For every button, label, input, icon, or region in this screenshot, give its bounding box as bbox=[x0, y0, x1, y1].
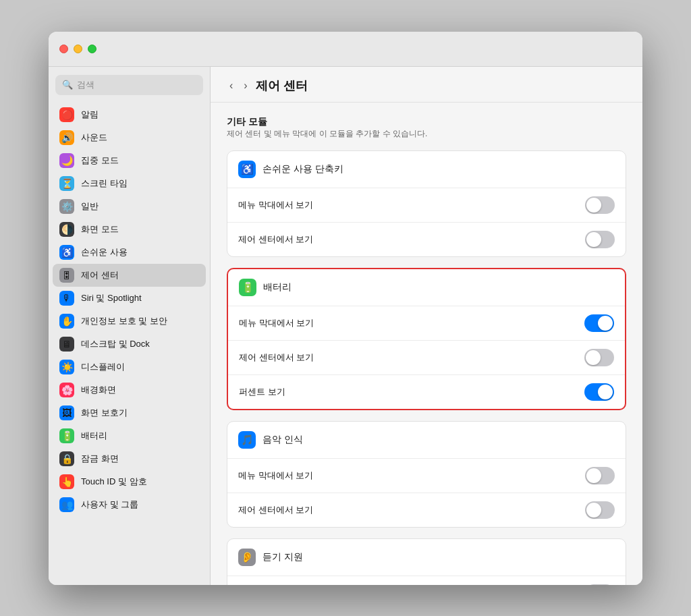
music-menubar-label: 메뉴 막대에서 보기 bbox=[238, 470, 313, 482]
hearing-menubar-toggle[interactable] bbox=[585, 584, 615, 585]
accessibility-menubar-label: 메뉴 막대에서 보기 bbox=[238, 199, 313, 211]
sidebar-item-accessibility[interactable]: ♿ 손쉬운 사용 bbox=[53, 241, 206, 264]
sidebar-item-users[interactable]: 👥 사용자 및 그룹 bbox=[53, 493, 206, 516]
sidebar-item-lockscreen[interactable]: 🔒 잠금 화면 bbox=[53, 447, 206, 470]
toggle-knob bbox=[586, 503, 601, 517]
toggle-knob bbox=[586, 350, 601, 365]
sidebar-item-desktop[interactable]: 🖥 데스크탑 및 Dock bbox=[53, 333, 206, 356]
battery-control-toggle[interactable] bbox=[584, 349, 614, 366]
control-center-icon: 🎛 bbox=[59, 268, 74, 283]
main-window: 🔍 검색 🔴 알림 🔊 사운드 🌙 집중 모드 ⏳ 스크린 타 bbox=[49, 32, 642, 585]
sidebar: 🔍 검색 🔴 알림 🔊 사운드 🌙 집중 모드 ⏳ 스크린 타 bbox=[49, 67, 211, 585]
module-music-recognition: 🎵 음악 인식 메뉴 막대에서 보기 제어 센터에서 보기 bbox=[227, 421, 626, 528]
sidebar-item-label: Touch ID 및 암호 bbox=[81, 476, 147, 488]
sidebar-item-label: 집중 모드 bbox=[81, 155, 119, 167]
battery-percent-toggle[interactable] bbox=[584, 383, 614, 401]
toggle-knob bbox=[586, 232, 601, 247]
sidebar-item-screentime[interactable]: ⏳ 스크린 타임 bbox=[53, 172, 206, 195]
wallpaper-icon: 🌸 bbox=[59, 383, 74, 397]
toggle-knob bbox=[598, 385, 613, 399]
screentime-icon: ⏳ bbox=[59, 176, 74, 191]
main-header: ‹ › 제어 센터 bbox=[211, 67, 642, 103]
lockscreen-icon: 🔒 bbox=[59, 451, 74, 466]
sidebar-item-label: 데스크탑 및 Dock bbox=[81, 338, 150, 350]
battery-control-label: 제어 센터에서 보기 bbox=[239, 352, 314, 364]
general-icon: ⚙️ bbox=[59, 199, 74, 214]
hearing-menubar-row: 메뉴 막대에서 보기 bbox=[227, 576, 626, 585]
sidebar-item-privacy[interactable]: ✋ 개인정보 보호 및 보안 bbox=[53, 310, 206, 333]
module-music-name: 음악 인식 bbox=[262, 434, 303, 446]
sidebar-list: 🔴 알림 🔊 사운드 🌙 집중 모드 ⏳ 스크린 타임 ⚙️ 일반 bbox=[49, 103, 210, 585]
section-title: 기타 모듈 bbox=[227, 116, 626, 128]
sidebar-item-label: 사운드 bbox=[81, 132, 107, 144]
sidebar-item-label: 개인정보 보호 및 보안 bbox=[81, 315, 167, 327]
sidebar-item-battery[interactable]: 🔋 배터리 bbox=[53, 424, 206, 447]
sidebar-item-siri[interactable]: 🎙 Siri 및 Spotlight bbox=[53, 287, 206, 310]
accessibility-control-label: 제어 센터에서 보기 bbox=[238, 233, 313, 246]
touchid-icon: 👆 bbox=[59, 474, 74, 489]
focus-icon: 🌙 bbox=[59, 153, 74, 168]
close-button[interactable] bbox=[59, 45, 68, 53]
music-menubar-toggle[interactable] bbox=[585, 467, 615, 484]
sidebar-item-notifications[interactable]: 🔴 알림 bbox=[53, 103, 206, 126]
accessibility-control-toggle[interactable] bbox=[585, 231, 615, 248]
sidebar-item-label: 잠금 화면 bbox=[81, 453, 119, 465]
sidebar-item-general[interactable]: ⚙️ 일반 bbox=[53, 195, 206, 218]
privacy-icon: ✋ bbox=[59, 314, 74, 329]
sidebar-item-label: 제어 센터 bbox=[81, 269, 119, 281]
maximize-button[interactable] bbox=[88, 45, 96, 53]
search-input[interactable]: 검색 bbox=[77, 79, 94, 91]
nav-forward-button[interactable]: › bbox=[241, 78, 250, 93]
battery-percent-label: 퍼센트 보기 bbox=[239, 386, 285, 398]
main-content: ‹ › 제어 센터 기타 모듈 제어 센터 및 메뉴 막대에 이 모듈을 추가할… bbox=[211, 67, 642, 585]
module-hearing-name: 듣기 지원 bbox=[262, 551, 303, 563]
notifications-icon: 🔴 bbox=[59, 107, 74, 122]
section-desc: 제어 센터 및 메뉴 막대에 이 모듈을 추가할 수 있습니다. bbox=[227, 128, 626, 140]
appearance-icon: 🌗 bbox=[59, 222, 74, 237]
sidebar-item-label: Siri 및 Spotlight bbox=[81, 292, 142, 304]
sidebar-item-appearance[interactable]: 🌗 화면 모드 bbox=[53, 218, 206, 241]
accessibility-icon: ♿ bbox=[59, 245, 74, 260]
sidebar-item-label: 스크린 타임 bbox=[81, 177, 128, 190]
screensaver-icon: 🖼 bbox=[59, 405, 74, 420]
traffic-lights bbox=[59, 45, 96, 53]
battery-icon: 🔋 bbox=[59, 428, 74, 443]
sidebar-item-label: 배경화면 bbox=[81, 384, 116, 396]
module-battery-icon: 🔋 bbox=[239, 279, 256, 296]
minimize-button[interactable] bbox=[74, 45, 82, 53]
sidebar-item-screensaver[interactable]: 🖼 화면 보호기 bbox=[53, 401, 206, 424]
sidebar-item-touchid[interactable]: 👆 Touch ID 및 암호 bbox=[53, 470, 206, 493]
module-hearing-header: 👂 듣기 지원 bbox=[227, 539, 626, 576]
sound-icon: 🔊 bbox=[59, 130, 74, 145]
sidebar-item-label: 사용자 및 그룹 bbox=[81, 499, 138, 511]
sidebar-item-label: 일반 bbox=[81, 200, 99, 213]
search-icon: 🔍 bbox=[62, 80, 73, 90]
sidebar-item-display[interactable]: ☀️ 디스플레이 bbox=[53, 356, 206, 379]
module-music-icon: 🎵 bbox=[238, 431, 256, 449]
sidebar-item-focus[interactable]: 🌙 집중 모드 bbox=[53, 149, 206, 172]
battery-menubar-row: 메뉴 막대에서 보기 bbox=[228, 306, 625, 341]
search-box[interactable]: 🔍 검색 bbox=[55, 75, 203, 95]
sidebar-item-label: 디스플레이 bbox=[81, 361, 125, 373]
module-music-header: 🎵 음악 인식 bbox=[227, 422, 626, 459]
sidebar-item-sound[interactable]: 🔊 사운드 bbox=[53, 126, 206, 149]
module-battery-name: 배터리 bbox=[263, 281, 292, 293]
siri-icon: 🎙 bbox=[59, 291, 74, 306]
battery-percent-row: 퍼센트 보기 bbox=[228, 375, 625, 409]
sidebar-item-wallpaper[interactable]: 🌸 배경화면 bbox=[53, 379, 206, 401]
display-icon: ☀️ bbox=[59, 360, 74, 374]
accessibility-menubar-toggle[interactable] bbox=[585, 196, 615, 214]
sidebar-item-control-center[interactable]: 🎛 제어 센터 bbox=[53, 264, 206, 287]
music-control-label: 제어 센터에서 보기 bbox=[238, 504, 313, 516]
page-title: 제어 센터 bbox=[256, 78, 308, 94]
sidebar-item-label: 화면 모드 bbox=[81, 223, 119, 235]
module-hearing: 👂 듣기 지원 메뉴 막대에서 보기 제어 센터에서 보기 bbox=[227, 538, 626, 585]
module-accessibility-icon: ♿ bbox=[238, 161, 256, 178]
music-control-toggle[interactable] bbox=[585, 501, 615, 519]
nav-back-button[interactable]: ‹ bbox=[227, 78, 236, 93]
battery-menubar-toggle[interactable] bbox=[584, 314, 614, 332]
module-accessibility-header: ♿ 손쉬운 사용 단축키 bbox=[227, 151, 626, 188]
music-control-row: 제어 센터에서 보기 bbox=[227, 493, 626, 527]
main-body: 기타 모듈 제어 센터 및 메뉴 막대에 이 모듈을 추가할 수 있습니다. ♿… bbox=[211, 103, 642, 585]
sidebar-item-label: 알림 bbox=[81, 109, 99, 121]
